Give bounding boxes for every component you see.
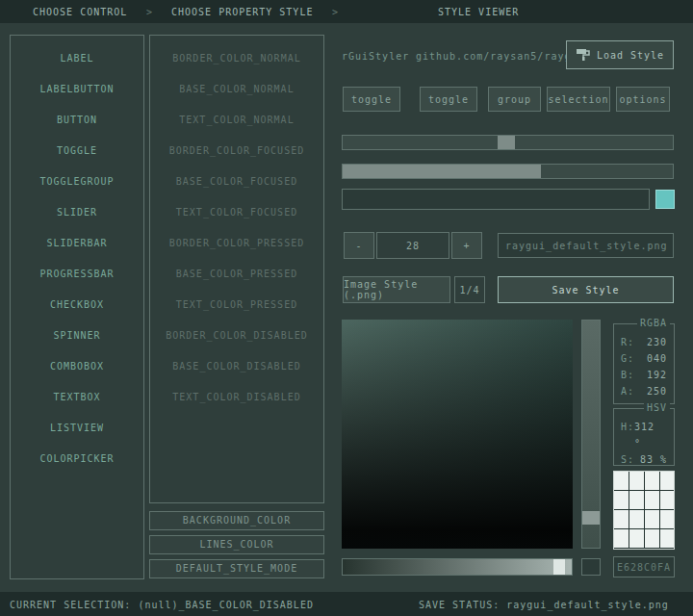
filename-value: raygui_default_style.png [505, 241, 668, 251]
toggle-button-selection[interactable]: selection [547, 87, 610, 112]
progressbar-fill [343, 165, 541, 178]
background-color-button[interactable]: BACKGROUND_COLOR [149, 511, 324, 530]
current-selection-status: CURRENT SELECTION: (null)_BASE_COLOR_DIS… [10, 600, 314, 610]
rgba-r-value: 230 [647, 334, 667, 350]
control-item-combobox[interactable]: COMBOBOX [11, 351, 143, 382]
hsv-h-label: H: [621, 419, 634, 451]
property-item-base-color-focused[interactable]: BASE_COLOR_FOCUSED [150, 167, 323, 197]
alpha-slider[interactable] [342, 558, 573, 576]
rgba-r-label: R: [621, 334, 634, 350]
spinner-plus-button[interactable]: + [451, 232, 482, 259]
color-palette-grid[interactable] [613, 471, 675, 550]
spinner-value[interactable]: 28 [376, 232, 449, 259]
repo-label: github.com/raysan5/raygui [416, 51, 585, 62]
control-item-labelbutton[interactable]: LABELBUTTON [11, 74, 143, 105]
chevron-right-icon: > [332, 7, 339, 17]
image-style-button[interactable]: Image Style (.png) [343, 276, 450, 303]
spinner-minus-button[interactable]: - [344, 232, 374, 259]
control-item-listview[interactable]: LISTVIEW [11, 413, 143, 444]
rgba-group: RGBA R: 230 G: 040 B: 192 A: 250 [613, 323, 675, 404]
toggle-button-1[interactable]: toggle [343, 87, 400, 112]
controls-list: LABEL LABELBUTTON BUTTON TOGGLE TOGGLEGR… [10, 35, 144, 579]
control-item-spinner[interactable]: SPINNER [11, 321, 143, 351]
property-item-border-color-focused[interactable]: BORDER_COLOR_FOCUSED [150, 136, 323, 167]
property-item-border-color-normal[interactable]: BORDER_COLOR_NORMAL [150, 43, 323, 74]
control-item-slider[interactable]: SLIDER [11, 197, 143, 228]
hsv-s-label: S: [621, 451, 634, 468]
rguistyler-app: CHOOSE CONTROL > CHOOSE PROPERTY STYLE >… [0, 0, 693, 616]
rgba-row-r: R: 230 [614, 334, 674, 350]
toggle-button-options[interactable]: options [616, 87, 670, 112]
rgba-a-value: 250 [647, 383, 667, 399]
rgba-row-g: G: 040 [614, 350, 674, 367]
property-item-base-color-disabled[interactable]: BASE_COLOR_DISABLED [150, 351, 323, 382]
value-slider[interactable] [581, 320, 601, 549]
demo-checkbox[interactable] [655, 190, 675, 209]
statusbar: CURRENT SELECTION: (null)_BASE_COLOR_DIS… [0, 592, 693, 616]
load-style-button[interactable]: Load Style [566, 40, 674, 69]
slider-handle[interactable] [498, 136, 515, 149]
hsv-row-s: S: 83 % [614, 451, 674, 468]
property-item-text-color-disabled[interactable]: TEXT_COLOR_DISABLED [150, 382, 323, 413]
default-style-mode-button[interactable]: DEFAULT_STYLE_MODE [149, 559, 324, 578]
topbar-style-viewer: STYLE VIEWER [438, 7, 519, 17]
rgba-row-a: A: 250 [614, 383, 674, 399]
hex-value-box[interactable]: E628C0FA [613, 556, 675, 578]
properties-list: BORDER_COLOR_NORMAL BASE_COLOR_NORMAL TE… [149, 35, 324, 503]
control-item-textbox[interactable]: TEXTBOX [11, 382, 143, 413]
save-style-button[interactable]: Save Style [498, 276, 674, 303]
rgba-b-label: B: [621, 367, 634, 383]
topbar-choose-control: CHOOSE CONTROL [33, 7, 127, 17]
toggle-button-2[interactable]: toggle [420, 87, 477, 112]
hsv-title: HSV [644, 402, 670, 413]
progressbar-demo[interactable] [342, 164, 674, 179]
paint-roller-icon [576, 47, 591, 63]
rgba-a-label: A: [621, 383, 634, 399]
rgba-g-value: 040 [647, 350, 667, 367]
hsv-s-value: 83 % [640, 451, 667, 468]
control-item-sliderbar[interactable]: SLIDERBAR [11, 228, 143, 259]
alpha-slider-handle[interactable] [553, 559, 565, 575]
chevron-right-icon: > [146, 7, 153, 17]
property-item-text-color-normal[interactable]: TEXT_COLOR_NORMAL [150, 105, 323, 136]
toggle-button-group[interactable]: group [488, 87, 541, 112]
property-item-base-color-normal[interactable]: BASE_COLOR_NORMAL [150, 74, 323, 105]
hex-value: E628C0FA [617, 562, 671, 573]
control-item-togglegroup[interactable]: TOGGLEGROUP [11, 167, 143, 197]
hsv-row-h: H: 312 ° [614, 419, 674, 451]
property-item-text-color-focused[interactable]: TEXT_COLOR_FOCUSED [150, 197, 323, 228]
property-item-text-color-pressed[interactable]: TEXT_COLOR_PRESSED [150, 290, 323, 321]
property-item-border-color-pressed[interactable]: BORDER_COLOR_PRESSED [150, 228, 323, 259]
topbar: CHOOSE CONTROL > CHOOSE PROPERTY STYLE >… [0, 0, 693, 23]
page-indicator[interactable]: 1/4 [454, 276, 485, 303]
load-style-label: Load Style [597, 50, 664, 61]
topbar-choose-property-style: CHOOSE PROPERTY STYLE [171, 7, 313, 17]
color-picker-panel[interactable] [342, 320, 573, 549]
slider-demo[interactable] [342, 135, 674, 150]
control-item-colorpicker[interactable]: COLORPICKER [11, 444, 143, 475]
control-item-checkbox[interactable]: CHECKBOX [11, 290, 143, 321]
filename-textbox[interactable]: raygui_default_style.png [498, 233, 674, 258]
rgba-row-b: B: 192 [614, 367, 674, 383]
alpha-checkbox[interactable] [581, 558, 601, 576]
value-slider-handle[interactable] [582, 511, 600, 525]
control-item-label[interactable]: LABEL [11, 43, 143, 74]
property-item-base-color-pressed[interactable]: BASE_COLOR_PRESSED [150, 259, 323, 290]
control-item-progressbar[interactable]: PROGRESSBAR [11, 259, 143, 290]
save-status: SAVE STATUS: raygui_default_style.png [419, 600, 669, 610]
lines-color-button[interactable]: LINES_COLOR [149, 535, 324, 554]
hsv-h-value: 312 ° [634, 419, 667, 451]
control-item-toggle[interactable]: TOGGLE [11, 136, 143, 167]
app-brand: rGuiStyler [342, 51, 409, 62]
control-item-button[interactable]: BUTTON [11, 105, 143, 136]
rgba-g-label: G: [621, 350, 634, 367]
demo-textbox[interactable] [342, 189, 650, 210]
hsv-group: HSV H: 312 ° S: 83 % V: 90 % [613, 408, 675, 466]
rgba-title: RGBA [637, 318, 670, 328]
property-item-border-color-disabled[interactable]: BORDER_COLOR_DISABLED [150, 321, 323, 351]
rgba-b-value: 192 [647, 367, 667, 383]
